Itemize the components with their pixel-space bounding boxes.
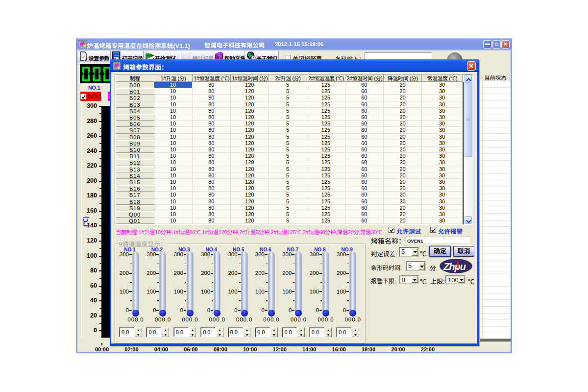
svg-text:Zhpu: Zhpu xyxy=(443,261,466,272)
